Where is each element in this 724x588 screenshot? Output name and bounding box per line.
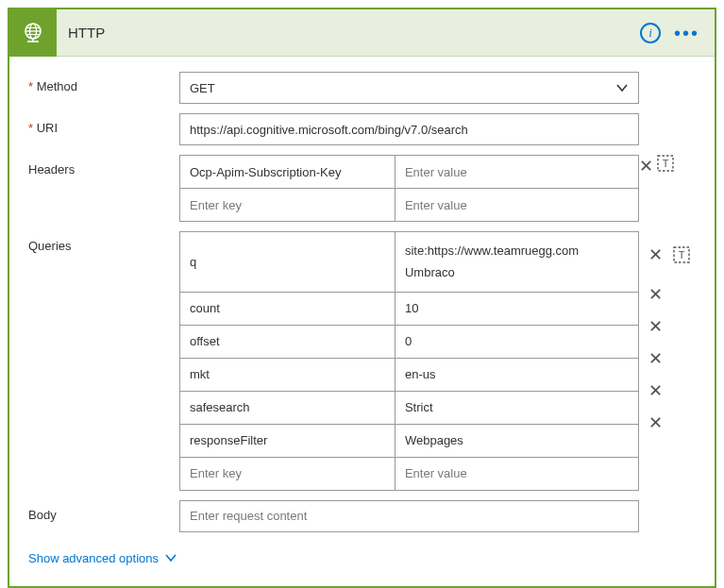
show-advanced-options[interactable]: Show advanced options (28, 542, 696, 565)
chevron-down-icon (164, 551, 177, 564)
header-value-input[interactable]: Enter value (396, 156, 638, 188)
svg-text:T: T (679, 249, 685, 260)
card-header: HTTP i ••• (9, 9, 715, 57)
switch-mode-icon[interactable]: T (673, 246, 690, 263)
delete-row-icon[interactable]: ✕ (647, 316, 664, 337)
body-label: Body (28, 500, 179, 522)
card-title: HTTP (57, 25, 640, 41)
headers-label: Headers (28, 155, 179, 176)
query-key-input[interactable]: q (180, 232, 396, 292)
uri-label: * URI (28, 113, 179, 135)
chevron-down-icon (615, 81, 629, 94)
svg-point-7 (27, 40, 29, 42)
query-value-input[interactable]: Enter value (396, 458, 638, 490)
method-label: * Method (28, 72, 179, 93)
header-key-input[interactable]: Ocp-Apim-Subscription-Key (180, 156, 396, 188)
query-value-input[interactable]: Webpages (396, 425, 638, 457)
header-value-input[interactable]: Enter value (396, 189, 638, 221)
query-value-input[interactable]: site:https://www.teamruegg.com Umbraco (396, 232, 638, 292)
delete-row-icon[interactable]: ✕ (647, 380, 664, 401)
more-icon[interactable]: ••• (674, 24, 699, 42)
delete-row-icon[interactable]: ✕ (647, 348, 664, 369)
queries-label: Queries (28, 231, 179, 253)
switch-mode-icon[interactable]: T (657, 155, 674, 172)
info-icon[interactable]: i (640, 23, 661, 43)
http-action-card: HTTP i ••• * Method GET (8, 8, 716, 588)
svg-point-9 (37, 40, 39, 42)
query-value-input[interactable]: Strict (396, 392, 638, 424)
delete-row-icon[interactable]: ✕ (647, 412, 664, 433)
header-key-input[interactable]: Enter key (180, 189, 396, 221)
query-value-input[interactable]: en-us (396, 359, 638, 391)
uri-input[interactable]: https://api.cognitive.microsoft.com/bing… (179, 113, 639, 145)
svg-text:T: T (662, 158, 668, 169)
query-value-input[interactable]: 10 (396, 293, 638, 325)
body-input[interactable]: Enter request content (179, 500, 639, 532)
query-key-input[interactable]: Enter key (180, 458, 396, 490)
query-key-input[interactable]: offset (180, 326, 396, 358)
query-value-input[interactable]: 0 (396, 326, 638, 358)
query-key-input[interactable]: count (180, 293, 396, 325)
method-select[interactable]: GET (179, 72, 639, 104)
method-value: GET (190, 81, 215, 95)
query-key-input[interactable]: mkt (180, 359, 396, 391)
delete-row-icon[interactable]: ✕ (639, 157, 653, 176)
svg-point-8 (32, 40, 34, 42)
query-key-input[interactable]: safesearch (180, 392, 396, 424)
delete-row-icon[interactable]: ✕ (647, 284, 664, 305)
http-globe-icon (9, 9, 57, 57)
card-body: * Method GET * URI https://ap (9, 57, 715, 586)
query-key-input[interactable]: responseFilter (180, 425, 396, 457)
delete-row-icon[interactable]: ✕ (647, 244, 664, 265)
